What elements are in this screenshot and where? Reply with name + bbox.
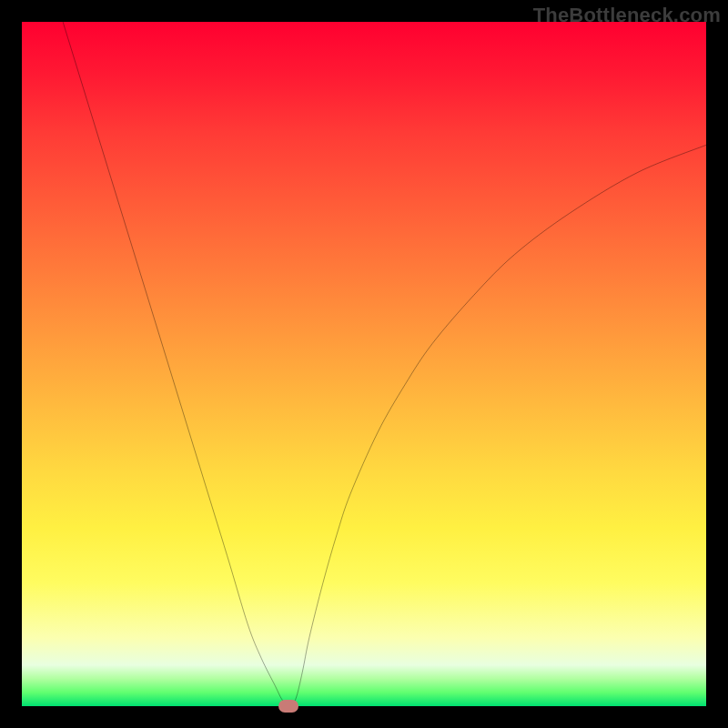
- curve-layer: [22, 22, 706, 706]
- watermark-text: TheBottleneck.com: [533, 4, 721, 27]
- plot-area: [22, 22, 706, 706]
- chart-frame: TheBottleneck.com: [0, 0, 728, 728]
- bottleneck-curve: [63, 22, 706, 706]
- optimal-marker-icon: [278, 700, 298, 713]
